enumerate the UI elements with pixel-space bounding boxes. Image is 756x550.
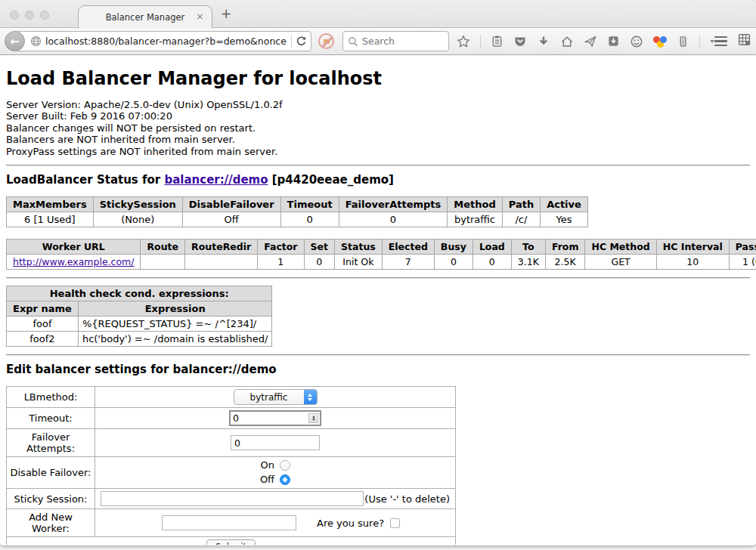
tab-bar: Balancer Manager × + (0, 0, 756, 28)
column-header: MaxMembers (7, 197, 94, 212)
cell-timeout: 0 (280, 212, 339, 227)
cell-hc-method: GET (585, 255, 656, 270)
toolbar-divider (480, 35, 481, 48)
menu-icon[interactable] (714, 36, 727, 47)
add-worker-input[interactable] (162, 515, 296, 530)
divider (6, 354, 750, 356)
cell-expression: hc('body') =~ /domain is established/ (78, 332, 272, 347)
disable-failover-row: Disable Failover: On Off (7, 457, 456, 489)
new-tab-button[interactable]: + (221, 6, 231, 21)
radio-on[interactable] (280, 460, 290, 471)
health-check-table: Health check cond. expressions: Expr nam… (6, 286, 272, 347)
cell-disablefailover: Off (182, 212, 280, 227)
back-button[interactable]: ← (5, 31, 25, 51)
url-bar[interactable] (15, 31, 311, 51)
radio-off-label: Off (260, 474, 274, 487)
lbmethod-select[interactable]: bytraffic (234, 389, 318, 405)
cell-route (141, 255, 185, 270)
column-header: Status (335, 239, 383, 255)
column-header: Route (141, 239, 185, 255)
column-header: Expression (78, 301, 272, 317)
select-stepper-icon (304, 389, 317, 405)
sticky-session-label: Sticky Session: (7, 489, 95, 509)
server-version-line: Server Version: Apache/2.5.0-dev (Unix) … (6, 99, 750, 110)
table-row: foof2 hc('body') =~ /domain is establish… (7, 332, 272, 347)
page-title: Load Balancer Manager for localhost (6, 68, 750, 89)
column-header: Passes (729, 239, 756, 255)
table-row: 6 [1 Used] (None) Off 0 0 bytraffic /c/ … (7, 212, 588, 227)
search-bar[interactable] (342, 31, 449, 51)
radio-on-label: On (261, 459, 274, 472)
failover-attempts-input[interactable] (231, 435, 320, 450)
navigation-toolbar: ← (0, 28, 756, 55)
failover-attempts-row: Failover Attempts: (7, 429, 456, 457)
pocket-icon[interactable] (513, 35, 527, 48)
send-icon[interactable] (584, 35, 597, 48)
submit-button[interactable]: Submit (206, 539, 256, 545)
browser-window: Balancer Manager × + ← (0, 0, 756, 545)
browser-tab[interactable]: Balancer Manager × (78, 5, 212, 29)
sticky-session-input[interactable] (101, 491, 364, 506)
lbmethod-selected-value: bytraffic (234, 392, 304, 403)
download-icon[interactable] (537, 35, 550, 48)
sticky-session-hint: (Use '-' to delete) (364, 493, 450, 505)
divider (6, 165, 750, 166)
battery-icon[interactable] (677, 35, 689, 48)
blocked-content-icon[interactable] (318, 33, 334, 49)
column-header: DisableFailover (182, 197, 280, 212)
box-download-icon[interactable] (607, 35, 620, 48)
tab-title: Balancer Manager (106, 12, 185, 23)
cell-hc-interval: 10 (656, 255, 729, 270)
cell-expr-name: foof2 (7, 332, 79, 347)
star-icon[interactable] (457, 35, 470, 48)
number-spinner-icon[interactable] (308, 413, 318, 423)
reload-icon[interactable] (296, 36, 307, 47)
home-icon[interactable] (560, 35, 574, 48)
are-you-sure-label: Are you sure? (317, 518, 384, 529)
url-input[interactable] (45, 36, 287, 47)
server-info: Server Version: Apache/2.5.0-dev (Unix) … (6, 99, 750, 157)
smiley-icon[interactable] (630, 35, 643, 48)
sticky-session-row: Sticky Session: (Use '-' to delete) (7, 489, 456, 509)
column-header: Method (448, 197, 502, 212)
cell-from: 2.5K (545, 255, 585, 270)
radio-off[interactable] (280, 474, 290, 485)
close-tab-icon[interactable]: × (196, 11, 204, 21)
timeout-input[interactable] (231, 412, 307, 425)
close-window-button[interactable] (10, 11, 19, 20)
cell-failoverattempts: 0 (339, 212, 448, 227)
search-input[interactable] (362, 36, 444, 47)
column-header: Active (541, 197, 588, 212)
worker-url-link[interactable]: http://www.example.com/ (13, 256, 134, 267)
cell-expression: %{REQUEST_STATUS} =~ /^[234]/ (78, 317, 272, 332)
cell-active: Yes (541, 212, 588, 227)
timeout-input-wrap (229, 410, 321, 426)
failover-attempts-label: Failover Attempts: (7, 429, 95, 457)
column-header: To (511, 239, 545, 255)
column-header: StickySession (93, 197, 182, 212)
column-header: HC Method (585, 239, 656, 255)
column-header: Timeout (280, 197, 339, 212)
add-worker-row: Add New Worker: Are you sure? (7, 509, 456, 537)
minimize-window-button[interactable] (25, 11, 34, 20)
cell-stickysession: (None) (93, 212, 182, 227)
balancer-demo-link[interactable]: balancer://demo (164, 173, 268, 187)
zoom-window-button[interactable] (40, 11, 49, 20)
cell-elected: 7 (382, 255, 434, 270)
timeout-row: Timeout: (7, 408, 456, 429)
cell-load: 0 (472, 255, 511, 270)
submit-row: Submit (7, 537, 456, 545)
clipboard-icon[interactable] (491, 35, 503, 48)
cell-routeredir (185, 255, 258, 270)
status-heading-suffix: [p4420eeae_demo] (268, 173, 394, 187)
column-header: HC Interval (656, 239, 729, 255)
table-row: foof %{REQUEST_STATUS} =~ /^[234]/ (7, 317, 272, 332)
column-header: FailoverAttempts (339, 197, 448, 212)
cell-maxmembers: 6 [1 Used] (7, 212, 94, 227)
grid-icon[interactable] (737, 32, 751, 50)
toolbar-icons (457, 35, 714, 48)
column-header: Worker URL (7, 239, 141, 255)
cell-set: 0 (304, 255, 334, 270)
are-you-sure-checkbox[interactable] (390, 518, 400, 528)
colored-dots-icon[interactable] (653, 35, 667, 48)
